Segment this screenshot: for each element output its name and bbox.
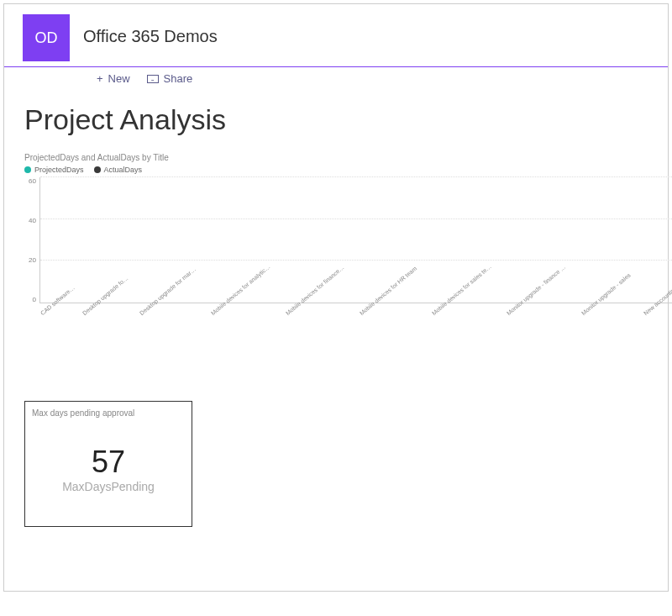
new-label: New	[108, 72, 130, 85]
dashboard: ProjectedDays and ActualDays by Title Pr…	[4, 153, 668, 591]
plus-icon	[97, 72, 103, 85]
card-container: Max days pending approval 57 MaxDaysPend…	[24, 367, 672, 571]
share-label: Share	[164, 72, 193, 85]
legend-projecteddays: ProjectedDays	[24, 166, 84, 174]
max-days-pending-card[interactable]: Max days pending approval 57 MaxDaysPend…	[24, 401, 192, 527]
page-title: Project Analysis	[4, 90, 668, 153]
card-value: 57	[92, 445, 125, 480]
site-title[interactable]: Office 365 Demos	[83, 27, 218, 46]
chart1-x-axis: CAD software…Desktop upgrade fo…Desktop …	[39, 303, 672, 354]
app-frame: OD Office 365 Demos New Share Project An…	[3, 3, 669, 592]
chart1-y-axis: 6040200	[24, 177, 39, 303]
swatch-dark	[94, 166, 101, 173]
site-header: OD Office 365 Demos	[4, 4, 668, 61]
mail-icon	[147, 75, 159, 83]
swatch-teal	[24, 166, 31, 173]
share-button[interactable]: Share	[147, 72, 193, 85]
command-bar: New Share	[4, 66, 668, 90]
chart-projected-actual[interactable]: ProjectedDays and ActualDays by Title Pr…	[24, 153, 672, 354]
legend-actualdays: ActualDays	[94, 166, 143, 174]
new-button[interactable]: New	[97, 72, 130, 85]
site-avatar: OD	[23, 14, 70, 61]
legend-label: ProjectedDays	[34, 166, 84, 174]
card-title: Max days pending approval	[32, 408, 185, 418]
chart1-title: ProjectedDays and ActualDays by Title	[24, 153, 672, 162]
card-label: MaxDaysPending	[62, 480, 155, 493]
chart1-legend: ProjectedDays ActualDays	[24, 166, 672, 174]
legend-label: ActualDays	[104, 166, 143, 174]
